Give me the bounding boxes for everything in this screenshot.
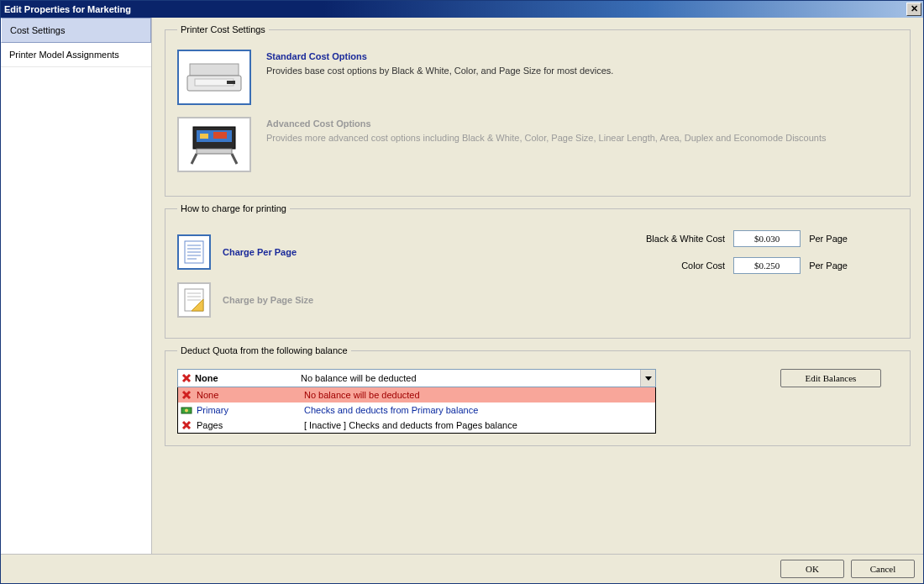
bw-cost-input[interactable] xyxy=(733,230,801,247)
balance-option-none[interactable]: None No balance will be deducted xyxy=(178,387,655,402)
charge-group: How to charge for printing Charge Per Pa… xyxy=(165,203,911,339)
option-name: Pages xyxy=(195,420,304,430)
svg-point-27 xyxy=(185,409,188,413)
svg-line-9 xyxy=(192,154,197,164)
dropdown-arrow-icon[interactable] xyxy=(640,370,655,387)
option-label: Charge Per Page xyxy=(223,247,297,257)
plotter-thumbnail-icon xyxy=(177,117,251,172)
window-title: Edit Properties for Marketing xyxy=(4,4,906,14)
option-desc: Provides base cost options by Black & Wh… xyxy=(266,65,898,77)
option-charge-by-page-size[interactable]: Charge by Page Size xyxy=(177,282,898,318)
color-cost-suffix: Per Page xyxy=(809,260,848,271)
option-text: Standard Cost Options Provides base cost… xyxy=(266,50,898,77)
group-legend: How to charge for printing xyxy=(177,203,290,213)
quota-group: Deduct Quota from the following balance … xyxy=(165,345,911,446)
option-desc: Provides more advanced cost options incl… xyxy=(266,132,898,145)
color-cost-label: Color Cost xyxy=(646,260,725,271)
printer-thumbnail-icon xyxy=(177,50,251,105)
color-cost-input[interactable] xyxy=(733,257,801,274)
option-advanced-cost[interactable]: Advanced Cost Options Provides more adva… xyxy=(177,117,898,172)
balance-dropdown-list: None No balance will be deducted Primary… xyxy=(177,387,656,434)
group-legend: Printer Cost Settings xyxy=(177,24,269,34)
sidebar-item-label: Printer Model Assignments xyxy=(9,50,119,60)
bw-cost-suffix: Per Page xyxy=(809,234,848,244)
option-desc: No balance will be deducted xyxy=(304,390,655,400)
content-pane: Printer Cost Settings Standard Cost Opti… xyxy=(152,18,923,554)
x-icon xyxy=(178,370,192,387)
ok-button[interactable]: OK xyxy=(780,560,844,578)
selected-name: None xyxy=(192,370,301,387)
option-desc: [ Inactive ] Checks and deducts from Pag… xyxy=(304,420,655,430)
titlebar[interactable]: Edit Properties for Marketing ✕ xyxy=(1,1,923,18)
sidebar-item-printer-model-assignments[interactable]: Printer Model Assignments xyxy=(1,43,151,67)
sidebar-item-cost-settings[interactable]: Cost Settings xyxy=(1,18,151,43)
money-icon xyxy=(178,405,195,415)
cancel-button[interactable]: Cancel xyxy=(851,560,915,578)
group-legend: Deduct Quota from the following balance xyxy=(177,345,351,355)
bw-cost-label: Black & White Cost xyxy=(646,234,725,244)
svg-rect-6 xyxy=(200,134,208,139)
svg-rect-8 xyxy=(197,149,232,154)
svg-rect-7 xyxy=(213,132,227,139)
printer-cost-settings-group: Printer Cost Settings Standard Cost Opti… xyxy=(165,24,911,197)
page-icon xyxy=(177,234,211,270)
sidebar: Cost Settings Printer Model Assignments xyxy=(1,18,152,554)
close-button[interactable]: ✕ xyxy=(906,3,921,16)
option-name: Primary xyxy=(195,405,304,415)
option-charge-per-page[interactable]: Charge Per Page Black & White Cost Per P… xyxy=(177,230,898,274)
option-name: None xyxy=(195,390,304,400)
edit-balances-button[interactable]: Edit Balances xyxy=(780,369,881,387)
svg-line-10 xyxy=(232,154,237,164)
page-size-icon xyxy=(177,282,211,318)
option-desc: Checks and deducts from Primary balance xyxy=(304,405,655,415)
balance-option-primary[interactable]: Primary Checks and deducts from Primary … xyxy=(178,402,655,418)
option-text: Advanced Cost Options Provides more adva… xyxy=(266,117,898,145)
cost-inputs: Black & White Cost Per Page Color Cost P… xyxy=(646,230,898,274)
balance-dropdown[interactable]: None No balance will be deducted xyxy=(177,369,656,387)
dialog-window: Edit Properties for Marketing ✕ Cost Set… xyxy=(0,0,924,584)
x-icon xyxy=(178,420,195,430)
sidebar-item-label: Cost Settings xyxy=(10,25,65,35)
svg-rect-3 xyxy=(227,81,235,84)
balance-option-pages[interactable]: Pages [ Inactive ] Checks and deducts fr… xyxy=(178,418,655,433)
option-label: Charge by Page Size xyxy=(223,295,313,305)
quota-combo-wrap: None No balance will be deducted None No… xyxy=(177,369,656,434)
option-title: Advanced Cost Options xyxy=(266,118,898,129)
option-title: Standard Cost Options xyxy=(266,51,898,61)
selected-desc: No balance will be deducted xyxy=(301,370,640,387)
x-icon xyxy=(178,390,195,400)
option-standard-cost[interactable]: Standard Cost Options Provides base cost… xyxy=(177,50,898,105)
svg-rect-0 xyxy=(190,64,239,76)
dialog-body: Cost Settings Printer Model Assignments … xyxy=(1,18,923,554)
dialog-footer: OK Cancel xyxy=(1,554,923,583)
